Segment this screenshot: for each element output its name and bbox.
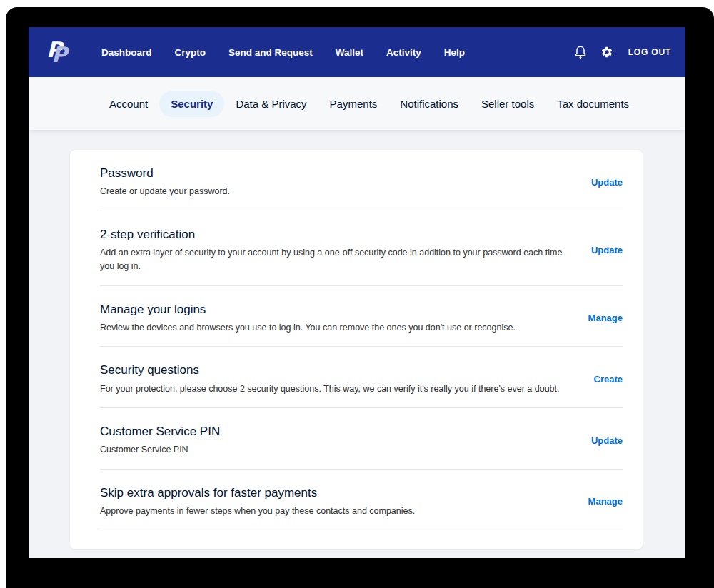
setting-title: Manage your logins xyxy=(100,302,516,317)
paypal-logo[interactable]: P P xyxy=(46,36,71,68)
settings-tabbar: AccountSecurityData & PrivacyPaymentsNot… xyxy=(29,77,685,130)
setting-description: For your protection, please choose 2 sec… xyxy=(100,382,560,396)
setting-title: Password xyxy=(100,166,230,181)
setting-title: Skip extra approvals for faster payments xyxy=(100,485,415,500)
tab-security[interactable]: Security xyxy=(159,91,224,117)
setting-text: Security questions For your protection, … xyxy=(100,363,560,396)
setting-description: Approve payments in fewer steps when you… xyxy=(100,505,415,518)
security-settings-list: Password Create or update your password.… xyxy=(100,150,623,527)
security-page: Password Create or update your password.… xyxy=(29,130,685,558)
setting-row: Customer Service PIN Customer Service PI… xyxy=(100,408,623,470)
paypal-logo-front-p: P xyxy=(51,44,67,66)
setting-description: Add an extra layer of security to your a… xyxy=(100,246,574,274)
log-out-button[interactable]: LOG OUT xyxy=(628,47,671,57)
setting-action-link[interactable]: Manage xyxy=(588,313,623,323)
setting-title: Customer Service PIN xyxy=(100,424,220,439)
setting-row: Manage your logins Review the devices an… xyxy=(100,286,623,348)
bell-icon[interactable] xyxy=(573,45,588,59)
setting-action-link[interactable]: Update xyxy=(591,177,623,188)
tab-seller-tools[interactable]: Seller tools xyxy=(470,91,545,117)
nav-item-crypto[interactable]: Crypto xyxy=(175,47,206,58)
setting-action-link[interactable]: Update xyxy=(591,435,623,446)
setting-action-link[interactable]: Manage xyxy=(588,496,623,507)
tab-tax-documents[interactable]: Tax documents xyxy=(545,91,640,117)
setting-row: Skip extra approvals for faster payments… xyxy=(100,470,623,528)
setting-text: Customer Service PIN Customer Service PI… xyxy=(100,424,220,457)
navbar-right: LOG OUT xyxy=(573,45,671,59)
nav-item-dashboard[interactable]: Dashboard xyxy=(101,47,152,58)
setting-row: Security questions For your protection, … xyxy=(100,347,623,408)
setting-text: 2-step verification Add an extra layer o… xyxy=(100,227,574,274)
setting-description: Create or update your password. xyxy=(100,185,230,198)
setting-action-link[interactable]: Update xyxy=(591,245,623,255)
tab-account[interactable]: Account xyxy=(98,91,159,117)
setting-description: Customer Service PIN xyxy=(100,443,220,457)
setting-title: 2-step verification xyxy=(100,227,574,242)
nav-item-help[interactable]: Help xyxy=(444,47,465,58)
tab-payments[interactable]: Payments xyxy=(318,91,389,117)
setting-title: Security questions xyxy=(100,363,560,377)
screenshot-frame: P P DashboardCryptoSend and RequestWalle… xyxy=(6,7,714,588)
setting-action-link[interactable]: Create xyxy=(594,374,623,385)
settings-tabs: AccountSecurityData & PrivacyPaymentsNot… xyxy=(98,91,640,117)
setting-description: Review the devices and browsers you use … xyxy=(100,321,516,335)
main-nav: DashboardCryptoSend and RequestWalletAct… xyxy=(101,47,465,58)
top-navbar: P P DashboardCryptoSend and RequestWalle… xyxy=(29,27,685,77)
setting-row: 2-step verification Add an extra layer o… xyxy=(100,211,623,286)
setting-row: Password Create or update your password.… xyxy=(100,150,623,211)
paypal-window: P P DashboardCryptoSend and RequestWalle… xyxy=(29,27,685,558)
tab-data-privacy[interactable]: Data & Privacy xyxy=(224,91,318,117)
security-settings-card: Password Create or update your password.… xyxy=(70,150,643,549)
setting-text: Skip extra approvals for faster payments… xyxy=(100,485,415,519)
tab-notifications[interactable]: Notifications xyxy=(388,91,470,117)
nav-item-wallet[interactable]: Wallet xyxy=(336,47,363,58)
nav-item-activity[interactable]: Activity xyxy=(386,47,421,58)
gear-icon[interactable] xyxy=(600,45,614,59)
nav-item-send-and-request[interactable]: Send and Request xyxy=(228,47,313,58)
setting-text: Password Create or update your password. xyxy=(100,166,230,199)
setting-text: Manage your logins Review the devices an… xyxy=(100,302,516,335)
